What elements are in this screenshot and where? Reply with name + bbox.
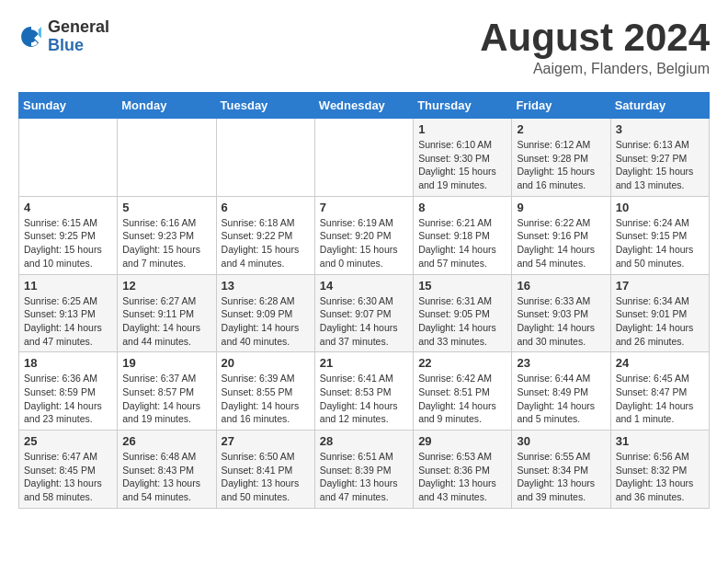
day-number: 9 bbox=[517, 201, 605, 214]
day-info: Sunrise: 6:13 AM Sunset: 9:27 PM Dayligh… bbox=[616, 138, 704, 192]
day-info: Sunrise: 6:37 AM Sunset: 8:57 PM Dayligh… bbox=[122, 372, 210, 426]
day-info: Sunrise: 6:12 AM Sunset: 9:28 PM Dayligh… bbox=[517, 138, 605, 192]
calendar-cell: 16Sunrise: 6:33 AM Sunset: 9:03 PM Dayli… bbox=[512, 274, 610, 352]
header-monday: Monday bbox=[118, 93, 216, 119]
calendar-cell: 2Sunrise: 6:12 AM Sunset: 9:28 PM Daylig… bbox=[512, 119, 610, 197]
day-info: Sunrise: 6:41 AM Sunset: 8:53 PM Dayligh… bbox=[320, 372, 408, 426]
day-number: 14 bbox=[320, 279, 408, 293]
calendar-cell bbox=[118, 119, 216, 197]
calendar-cell: 30Sunrise: 6:55 AM Sunset: 8:34 PM Dayli… bbox=[512, 431, 610, 509]
calendar-week-3: 11Sunrise: 6:25 AM Sunset: 9:13 PM Dayli… bbox=[19, 274, 710, 352]
day-number: 5 bbox=[122, 201, 210, 214]
day-info: Sunrise: 6:10 AM Sunset: 9:30 PM Dayligh… bbox=[418, 138, 506, 192]
calendar-header: Sunday Monday Tuesday Wednesday Thursday… bbox=[19, 93, 710, 119]
calendar-cell: 9Sunrise: 6:22 AM Sunset: 9:16 PM Daylig… bbox=[512, 196, 610, 274]
day-number: 8 bbox=[418, 201, 506, 214]
day-number: 23 bbox=[517, 356, 605, 370]
day-number: 29 bbox=[418, 434, 506, 448]
location: Aaigem, Flanders, Belgium bbox=[480, 61, 710, 77]
calendar-cell: 22Sunrise: 6:42 AM Sunset: 8:51 PM Dayli… bbox=[414, 352, 512, 431]
calendar-week-5: 25Sunrise: 6:47 AM Sunset: 8:45 PM Dayli… bbox=[19, 431, 710, 509]
day-info: Sunrise: 6:18 AM Sunset: 9:22 PM Dayligh… bbox=[222, 216, 310, 270]
day-info: Sunrise: 6:44 AM Sunset: 8:49 PM Dayligh… bbox=[517, 372, 605, 426]
day-number: 11 bbox=[24, 279, 112, 293]
calendar-cell bbox=[314, 119, 413, 197]
calendar-cell: 12Sunrise: 6:27 AM Sunset: 9:11 PM Dayli… bbox=[118, 274, 216, 352]
header-sunday: Sunday bbox=[19, 93, 118, 119]
month-title: August 2024 bbox=[480, 18, 710, 57]
logo-icon bbox=[18, 24, 44, 50]
day-number: 12 bbox=[122, 279, 210, 293]
day-info: Sunrise: 6:50 AM Sunset: 8:41 PM Dayligh… bbox=[222, 450, 310, 504]
calendar-cell bbox=[19, 119, 118, 197]
calendar-cell: 4Sunrise: 6:15 AM Sunset: 9:25 PM Daylig… bbox=[19, 196, 118, 274]
day-number: 16 bbox=[517, 279, 605, 293]
calendar-cell: 6Sunrise: 6:18 AM Sunset: 9:22 PM Daylig… bbox=[216, 196, 314, 274]
calendar-body: 1Sunrise: 6:10 AM Sunset: 9:30 PM Daylig… bbox=[19, 119, 710, 509]
day-number: 18 bbox=[24, 356, 112, 370]
day-number: 1 bbox=[418, 122, 506, 136]
day-number: 2 bbox=[517, 122, 605, 136]
day-number: 25 bbox=[24, 434, 112, 448]
logo-text: General Blue bbox=[48, 18, 109, 55]
calendar-cell: 31Sunrise: 6:56 AM Sunset: 8:32 PM Dayli… bbox=[610, 431, 709, 509]
calendar-week-4: 18Sunrise: 6:36 AM Sunset: 8:59 PM Dayli… bbox=[19, 352, 710, 431]
logo-general: General bbox=[48, 18, 109, 37]
calendar-week-1: 1Sunrise: 6:10 AM Sunset: 9:30 PM Daylig… bbox=[19, 119, 710, 197]
logo: General Blue bbox=[18, 18, 109, 55]
calendar-cell: 8Sunrise: 6:21 AM Sunset: 9:18 PM Daylig… bbox=[414, 196, 512, 274]
calendar-cell: 5Sunrise: 6:16 AM Sunset: 9:23 PM Daylig… bbox=[118, 196, 216, 274]
day-number: 4 bbox=[24, 201, 112, 214]
day-info: Sunrise: 6:31 AM Sunset: 9:05 PM Dayligh… bbox=[418, 294, 506, 349]
calendar-cell: 10Sunrise: 6:24 AM Sunset: 9:15 PM Dayli… bbox=[610, 196, 709, 274]
day-number: 13 bbox=[222, 279, 310, 293]
header-friday: Friday bbox=[512, 93, 610, 119]
calendar-cell: 13Sunrise: 6:28 AM Sunset: 9:09 PM Dayli… bbox=[216, 274, 314, 352]
day-number: 24 bbox=[616, 356, 704, 370]
day-number: 26 bbox=[122, 434, 210, 448]
logo-blue: Blue bbox=[48, 37, 109, 55]
day-number: 19 bbox=[122, 356, 210, 370]
day-info: Sunrise: 6:25 AM Sunset: 9:13 PM Dayligh… bbox=[24, 294, 112, 349]
weekday-header-row: Sunday Monday Tuesday Wednesday Thursday… bbox=[19, 93, 710, 119]
calendar-cell: 14Sunrise: 6:30 AM Sunset: 9:07 PM Dayli… bbox=[314, 274, 413, 352]
header-wednesday: Wednesday bbox=[314, 93, 413, 119]
day-info: Sunrise: 6:45 AM Sunset: 8:47 PM Dayligh… bbox=[616, 372, 704, 426]
day-info: Sunrise: 6:21 AM Sunset: 9:18 PM Dayligh… bbox=[418, 216, 506, 270]
day-info: Sunrise: 6:30 AM Sunset: 9:07 PM Dayligh… bbox=[320, 294, 408, 349]
day-number: 22 bbox=[418, 356, 506, 370]
header-thursday: Thursday bbox=[414, 93, 512, 119]
day-number: 10 bbox=[616, 201, 704, 214]
day-info: Sunrise: 6:56 AM Sunset: 8:32 PM Dayligh… bbox=[616, 450, 704, 504]
calendar-cell: 21Sunrise: 6:41 AM Sunset: 8:53 PM Dayli… bbox=[314, 352, 413, 431]
calendar-cell: 18Sunrise: 6:36 AM Sunset: 8:59 PM Dayli… bbox=[19, 352, 118, 431]
day-info: Sunrise: 6:55 AM Sunset: 8:34 PM Dayligh… bbox=[517, 450, 605, 504]
calendar-cell bbox=[216, 119, 314, 197]
day-info: Sunrise: 6:36 AM Sunset: 8:59 PM Dayligh… bbox=[24, 372, 112, 426]
calendar-cell: 17Sunrise: 6:34 AM Sunset: 9:01 PM Dayli… bbox=[610, 274, 709, 352]
day-info: Sunrise: 6:24 AM Sunset: 9:15 PM Dayligh… bbox=[616, 216, 704, 270]
day-info: Sunrise: 6:28 AM Sunset: 9:09 PM Dayligh… bbox=[222, 294, 310, 349]
day-number: 3 bbox=[616, 122, 704, 136]
day-info: Sunrise: 6:33 AM Sunset: 9:03 PM Dayligh… bbox=[517, 294, 605, 349]
calendar-cell: 24Sunrise: 6:45 AM Sunset: 8:47 PM Dayli… bbox=[610, 352, 709, 431]
calendar-week-2: 4Sunrise: 6:15 AM Sunset: 9:25 PM Daylig… bbox=[19, 196, 710, 274]
day-number: 6 bbox=[222, 201, 310, 214]
calendar-cell: 28Sunrise: 6:51 AM Sunset: 8:39 PM Dayli… bbox=[314, 431, 413, 509]
day-number: 21 bbox=[320, 356, 408, 370]
page-header: General Blue August 2024 Aaigem, Flander… bbox=[18, 18, 710, 77]
day-number: 17 bbox=[616, 279, 704, 293]
day-info: Sunrise: 6:27 AM Sunset: 9:11 PM Dayligh… bbox=[122, 294, 210, 349]
calendar-cell: 29Sunrise: 6:53 AM Sunset: 8:36 PM Dayli… bbox=[414, 431, 512, 509]
day-info: Sunrise: 6:42 AM Sunset: 8:51 PM Dayligh… bbox=[418, 372, 506, 426]
calendar-cell: 7Sunrise: 6:19 AM Sunset: 9:20 PM Daylig… bbox=[314, 196, 413, 274]
calendar-cell: 11Sunrise: 6:25 AM Sunset: 9:13 PM Dayli… bbox=[19, 274, 118, 352]
day-number: 27 bbox=[222, 434, 310, 448]
day-info: Sunrise: 6:19 AM Sunset: 9:20 PM Dayligh… bbox=[320, 216, 408, 270]
day-info: Sunrise: 6:48 AM Sunset: 8:43 PM Dayligh… bbox=[122, 450, 210, 504]
calendar-cell: 26Sunrise: 6:48 AM Sunset: 8:43 PM Dayli… bbox=[118, 431, 216, 509]
day-info: Sunrise: 6:34 AM Sunset: 9:01 PM Dayligh… bbox=[616, 294, 704, 349]
calendar-cell: 23Sunrise: 6:44 AM Sunset: 8:49 PM Dayli… bbox=[512, 352, 610, 431]
header-saturday: Saturday bbox=[610, 93, 709, 119]
calendar-table: Sunday Monday Tuesday Wednesday Thursday… bbox=[18, 92, 710, 509]
